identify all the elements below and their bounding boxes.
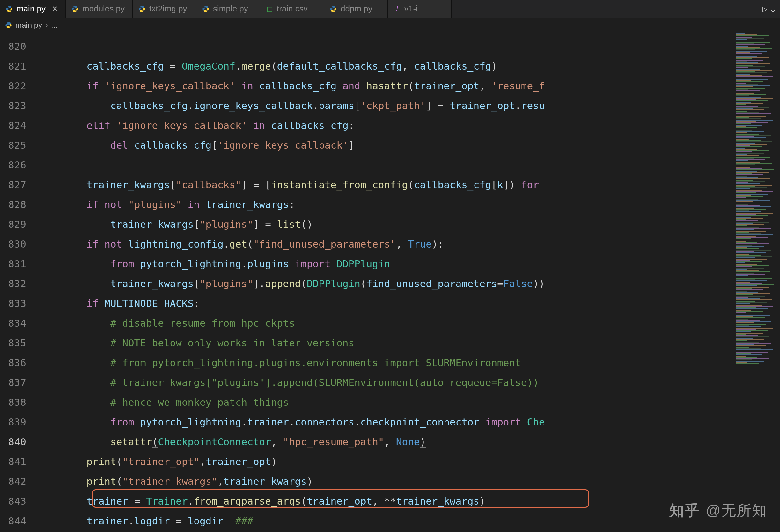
code-line[interactable]: setattr(CheckpointConnector, "hpc_resume… xyxy=(39,432,734,452)
minimap-line xyxy=(736,301,755,302)
run-more-icon[interactable]: ⌄ xyxy=(770,4,776,14)
code-line[interactable]: if not "plugins" in trainer_kwargs: xyxy=(39,195,734,214)
indent-guide xyxy=(70,373,70,392)
code-line[interactable]: from pytorch_lightning.trainer.connector… xyxy=(39,412,734,432)
indent-guide xyxy=(40,353,40,373)
minimap-line xyxy=(736,134,759,135)
token-op xyxy=(521,416,527,428)
minimap[interactable] xyxy=(734,33,780,532)
token-pun: , xyxy=(402,60,414,72)
token-var: lightning_config xyxy=(128,238,224,250)
minimap-line xyxy=(736,109,764,110)
minimap-line xyxy=(736,259,767,259)
indent-guide xyxy=(101,214,101,234)
indent-guide xyxy=(101,432,101,452)
indent-guide xyxy=(101,412,101,432)
indent-guide xyxy=(40,412,40,432)
tab-txt2img-py[interactable]: txt2img.py xyxy=(133,0,196,17)
minimap-line xyxy=(736,52,750,53)
code-line[interactable]: trainer.logdir = logdir ### xyxy=(39,511,734,531)
minimap-line xyxy=(736,255,761,256)
minimap-line xyxy=(736,328,773,329)
tab-main-py[interactable]: main.py✕ xyxy=(0,0,66,17)
token-op xyxy=(128,139,134,151)
code-line[interactable]: trainer = Trainer.from_argparse_args(tra… xyxy=(39,491,734,511)
code-line[interactable]: from pytorch_lightning.plugins import DD… xyxy=(39,254,734,274)
code-line[interactable]: trainer_kwargs["plugins"] = list() xyxy=(39,214,734,234)
code-line[interactable]: if MULTINODE_HACKS: xyxy=(39,293,734,313)
code-line[interactable] xyxy=(39,155,734,175)
code-line[interactable] xyxy=(39,36,734,56)
minimap-line xyxy=(736,141,772,142)
token-pun: ) xyxy=(479,495,485,507)
code-line[interactable]: if not lightning_config.get("find_unused… xyxy=(39,234,734,254)
minimap-line xyxy=(736,157,770,157)
code-line[interactable]: if 'ignore_keys_callback' in callbacks_c… xyxy=(39,76,734,96)
code-view[interactable]: callbacks_cfg = OmegaConf.merge(default_… xyxy=(35,33,734,532)
minimap-line xyxy=(736,285,757,286)
token-str: 'ignore_keys_callback' xyxy=(116,119,247,131)
code-line[interactable]: print("trainer_kwargs",trainer_kwargs) xyxy=(39,471,734,491)
tab-ddpm-py[interactable]: ddpm.py xyxy=(324,0,388,17)
minimap-line xyxy=(736,321,771,322)
code-line[interactable]: callbacks_cfg = OmegaConf.merge(default_… xyxy=(39,56,734,76)
token-var: trainer xyxy=(247,416,289,428)
code-line[interactable]: # from pytorch_lightning.plugins.environ… xyxy=(39,353,734,373)
editor-area: 8208218228238248258268278288298308318328… xyxy=(0,33,780,532)
minimap-line xyxy=(736,67,748,68)
code-line[interactable]: # trainer_kwargs["plugins"].append(SLURM… xyxy=(39,373,734,392)
minimap-line xyxy=(736,132,747,133)
minimap-line xyxy=(736,89,748,90)
token-cls: DDPPlugin xyxy=(307,278,360,289)
minimap-line xyxy=(736,155,759,156)
line-number: 842 xyxy=(3,471,26,491)
line-number: 839 xyxy=(3,412,26,432)
indent-guide xyxy=(70,293,70,313)
minimap-line xyxy=(736,34,757,35)
tab-train-csv[interactable]: ▤train.csv xyxy=(260,0,324,17)
indent-guide xyxy=(101,333,101,353)
minimap-line xyxy=(736,247,747,248)
indent-guide xyxy=(70,214,70,234)
tab-modules-py[interactable]: modules.py xyxy=(66,0,133,17)
token-pun: . xyxy=(289,416,295,428)
token-var: trainer xyxy=(86,515,128,527)
indent-guide xyxy=(101,96,101,115)
breadcrumb-file[interactable]: main.py xyxy=(15,21,42,30)
token-var: callbacks_cfg xyxy=(259,80,337,92)
close-icon[interactable]: ✕ xyxy=(52,5,58,13)
token-pun: ) xyxy=(420,436,426,447)
code-line[interactable]: print("trainer_opt",trainer_opt) xyxy=(39,452,734,471)
code-line[interactable]: del callbacks_cfg['ignore_keys_callback'… xyxy=(39,135,734,155)
code-line[interactable]: trainer_kwargs["plugins"].append(DDPPlug… xyxy=(39,274,734,293)
breadcrumb-tail[interactable]: ... xyxy=(51,21,57,30)
tab-v1-i[interactable]: !v1-i xyxy=(388,0,451,17)
minimap-line xyxy=(736,261,762,262)
code-line[interactable]: trainer_kwargs["callbacks"] = [instantia… xyxy=(39,175,734,195)
token-pun: . xyxy=(313,100,319,111)
minimap-line xyxy=(736,93,754,94)
minimap-line xyxy=(736,294,753,295)
editor-window: main.py✕modules.pytxt2img.pysimple.py▤tr… xyxy=(0,0,780,532)
indent-guide xyxy=(70,333,70,353)
token-pun: ( xyxy=(271,60,277,72)
minimap-line xyxy=(736,342,759,343)
code-line[interactable]: # NOTE below only works in later version… xyxy=(39,333,734,353)
code-line[interactable]: elif 'ignore_keys_callback' in callbacks… xyxy=(39,115,734,135)
token-var: params xyxy=(319,100,354,111)
line-number: 830 xyxy=(3,234,26,254)
indent-guide xyxy=(40,491,40,511)
code-line[interactable]: # disable resume from hpc ckpts xyxy=(39,313,734,333)
minimap-line xyxy=(736,37,752,38)
minimap-line xyxy=(736,68,760,69)
code-line[interactable]: # hence we monkey patch things xyxy=(39,392,734,412)
minimap-line xyxy=(736,72,767,74)
minimap-line xyxy=(736,97,761,98)
token-fn: merge xyxy=(241,60,271,72)
minimap-line xyxy=(736,58,751,59)
tab-simple-py[interactable]: simple.py xyxy=(196,0,260,17)
token-cmt: # trainer_kwargs["plugins"].append(SLURM… xyxy=(110,377,539,388)
run-button-icon[interactable]: ▷ xyxy=(763,4,768,14)
code-line[interactable]: callbacks_cfg.ignore_keys_callback.param… xyxy=(39,96,734,115)
token-pun: , xyxy=(479,80,491,92)
